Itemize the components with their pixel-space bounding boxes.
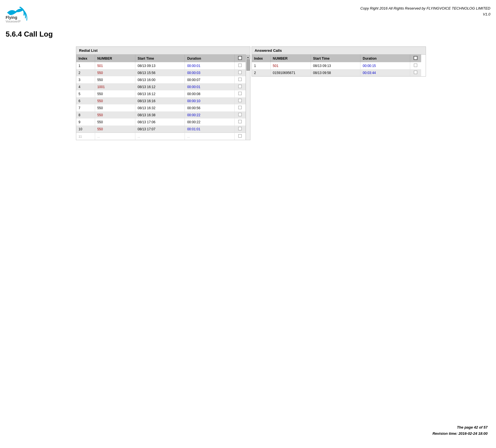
col-number: NUMBER — [270, 55, 311, 62]
row-checkbox[interactable] — [234, 118, 246, 126]
row-duration: ... — [185, 133, 234, 140]
row-index: 6 — [76, 97, 95, 104]
row-number[interactable]: 1001 — [95, 83, 135, 90]
row-index: 7 — [76, 104, 95, 111]
revision-info: Revision time: 2016-02-24 18:00 — [432, 431, 488, 437]
row-index: 2 — [252, 69, 270, 76]
row-number[interactable]: 550 — [95, 97, 135, 104]
redial-table-header-row: Index NUMBER Start Time Duration — [76, 55, 246, 62]
answered-select-all-checkbox[interactable] — [414, 56, 418, 60]
table-row: 4 1001 08/13 16:12 00:00:01 — [76, 83, 246, 90]
table-row: 1 501 08/13 09:13 00:00:15 — [252, 62, 421, 69]
row-start-time: 08/13 16:32 — [135, 104, 185, 111]
row-start-time: 08/13 16:38 — [135, 111, 185, 118]
row-start-time: 08/13 16:16 — [135, 97, 185, 104]
row-start-time: ... — [135, 133, 185, 140]
row-checkbox[interactable] — [234, 90, 246, 97]
redial-scrollbar[interactable]: ▲ — [246, 55, 250, 140]
col-start-time: Start Time — [135, 55, 185, 62]
table-row: 3 550 08/13 16:00 00:00:07 — [76, 76, 246, 83]
row-number[interactable]: 550 — [95, 111, 135, 118]
svg-text:VoiceoverIP: VoiceoverIP — [6, 20, 21, 23]
col-index: Index — [76, 55, 95, 62]
row-duration: 00:03:44 — [360, 69, 410, 76]
select-all-checkbox[interactable] — [238, 56, 242, 60]
row-checkbox[interactable] — [234, 126, 246, 133]
table-row: 1 501 08/13 09:13 00:00:01 — [76, 62, 246, 69]
row-checkbox[interactable] — [234, 104, 246, 111]
col-index: Index — [252, 55, 270, 62]
row-start-time: 08/13 09:58 — [311, 69, 360, 76]
page-footer: The page 42 of 57 Revision time: 2016-02… — [432, 424, 488, 437]
row-start-time: 08/13 15:56 — [135, 69, 185, 76]
scroll-up-button[interactable]: ▲ — [246, 55, 250, 59]
row-start-time: 08/13 09:13 — [135, 62, 185, 69]
row-checkbox[interactable] — [410, 62, 421, 69]
col-select-all[interactable] — [234, 55, 246, 62]
row-start-time: 08/13 17:06 — [135, 118, 185, 126]
page-title: 5.6.4 Call Log — [0, 25, 496, 44]
logo: Flying VoiceoverIP — [3, 3, 39, 25]
row-number: ... — [95, 133, 135, 140]
row-start-time: 08/13 16:12 — [135, 83, 185, 90]
page-header: Flying VoiceoverIP Copy Right 2016 All R… — [0, 0, 496, 25]
row-number[interactable]: 501 — [270, 62, 311, 69]
page-info: The page 42 of 57 — [432, 424, 488, 431]
row-number[interactable]: 550 — [95, 69, 135, 76]
row-checkbox[interactable] — [410, 69, 421, 76]
row-index: 5 — [76, 90, 95, 97]
row-number[interactable]: 550 — [95, 126, 135, 133]
row-number[interactable]: 550 — [95, 118, 135, 126]
row-index: 3 — [76, 76, 95, 83]
main-content: Redial List Index NUMBER Start Time Dura… — [0, 44, 496, 144]
row-index: 10 — [76, 126, 95, 133]
redial-list-table: Index NUMBER Start Time Duration 1 501 0… — [76, 55, 246, 140]
row-checkbox[interactable] — [234, 133, 246, 140]
row-start-time: 08/13 16:12 — [135, 90, 185, 97]
row-index: 9 — [76, 118, 95, 126]
col-select-all[interactable] — [410, 55, 421, 62]
row-checkbox[interactable] — [234, 62, 246, 69]
copyright-text: Copy Right 2016 All Rights Reserved by F… — [39, 3, 490, 17]
redial-list-section: Redial List Index NUMBER Start Time Dura… — [76, 46, 250, 140]
row-duration: 00:00:22 — [185, 118, 234, 126]
table-row: 11 ... ... ... — [76, 133, 246, 140]
col-start-time: Start Time — [311, 55, 360, 62]
row-checkbox[interactable] — [234, 97, 246, 104]
answered-calls-title: Answered Calls — [252, 47, 426, 55]
answered-calls-section: Answered Calls Index NUMBER Start Time D… — [252, 46, 426, 77]
row-duration: 00:00:01 — [185, 62, 234, 69]
col-number: NUMBER — [95, 55, 135, 62]
row-start-time: 08/13 16:00 — [135, 76, 185, 83]
row-duration: 00:00:56 — [185, 104, 234, 111]
row-number[interactable]: 015910695671 — [270, 69, 311, 76]
row-duration: 00:00:07 — [185, 76, 234, 83]
row-duration: 00:00:22 — [185, 111, 234, 118]
row-index: 2 — [76, 69, 95, 76]
table-row: 2 015910695671 08/13 09:58 00:03:44 — [252, 69, 421, 76]
answered-table-header-row: Index NUMBER Start Time Duration — [252, 55, 421, 62]
redial-list-table-wrapper: Index NUMBER Start Time Duration 1 501 0… — [76, 55, 250, 140]
row-number[interactable]: 501 — [95, 62, 135, 69]
row-checkbox[interactable] — [234, 76, 246, 83]
row-checkbox[interactable] — [234, 69, 246, 76]
row-duration: 00:00:15 — [360, 62, 410, 69]
row-duration: 00:01:01 — [185, 126, 234, 133]
row-number[interactable]: 550 — [95, 104, 135, 111]
redial-list-title: Redial List — [76, 47, 250, 55]
row-checkbox[interactable] — [234, 83, 246, 90]
row-index: 11 — [76, 133, 95, 140]
answered-calls-table: Index NUMBER Start Time Duration 1 501 0… — [252, 55, 421, 76]
row-checkbox[interactable] — [234, 111, 246, 118]
row-duration: 00:00:08 — [185, 90, 234, 97]
row-duration: 00:00:10 — [185, 97, 234, 104]
row-number[interactable]: 550 — [95, 76, 135, 83]
row-start-time: 08/13 17:07 — [135, 126, 185, 133]
row-start-time: 08/13 09:13 — [311, 62, 360, 69]
table-row: 10 550 08/13 17:07 00:01:01 — [76, 126, 246, 133]
row-index: 8 — [76, 111, 95, 118]
row-number[interactable]: 550 — [95, 90, 135, 97]
row-index: 4 — [76, 83, 95, 90]
scroll-thumb[interactable] — [246, 59, 250, 71]
table-row: 2 550 08/13 15:56 00:00:03 — [76, 69, 246, 76]
